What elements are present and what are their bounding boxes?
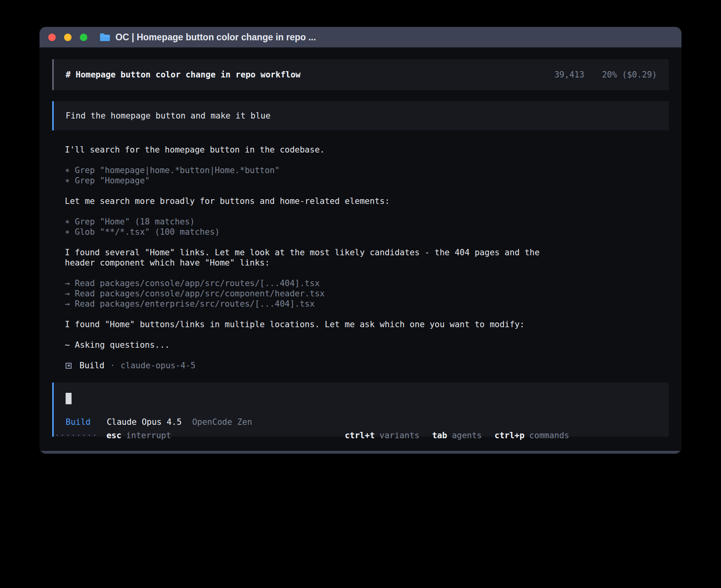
agent-separator: · [110,360,115,371]
assistant-status: ~ Asking questions... [65,340,559,350]
zoom-button[interactable] [80,34,87,41]
app-window: OC | Homepage button color change in rep… [40,27,681,454]
minimize-button[interactable] [64,34,72,41]
user-message-text: Find the homepage button and make it blu… [66,111,270,121]
context-usage: 20% ($0.29) [602,70,657,79]
status-bar: ········ esc interrupt ctrl+t variants t… [55,430,569,441]
assistant-text: I found "Home" buttons/links in multiple… [65,319,559,330]
ctrl-t-key: ctrl+t [345,430,375,441]
traffic-lights [48,34,87,41]
prompt-input[interactable]: Build Claude Opus 4.5 OpenCode Zen [52,383,669,437]
session-title: # Homepage button color change in repo w… [66,70,300,80]
tool-call-line: → Read packages/enterprise/src/routes/[.… [65,299,559,309]
window-title-group: OC | Homepage button color change in rep… [99,32,316,43]
esc-key: esc [106,430,121,441]
provider-name: OpenCode Zen [192,417,252,427]
ctrl-p-key: ctrl+p [495,430,525,441]
terminal-area: # Homepage button color change in repo w… [40,47,681,451]
folder-icon [99,33,110,41]
agent-attribution: Build · claude-opus-4-5 [65,360,559,371]
window-title: OC | Homepage button color change in rep… [115,32,316,43]
tool-call-line: ∗ Grep "Homepage" [65,175,559,186]
window-titlebar: OC | Homepage button color change in rep… [40,27,681,47]
agent-icon [66,363,72,369]
agent-model: claude-opus-4-5 [121,360,196,371]
input-meta: Build Claude Opus 4.5 OpenCode Zen [66,417,657,427]
spinner-dots: ········ [55,430,98,441]
tool-call-line: ∗ Grep "homepage|home.*button|Home.*butt… [65,165,559,175]
interrupt-label: interrupt [126,430,171,441]
assistant-response: I'll search for the homepage button in t… [65,145,559,371]
variants-label: variants [379,430,419,441]
tool-call-group: → Read packages/console/app/src/routes/[… [65,278,559,309]
session-header: # Homepage button color change in repo w… [52,59,669,90]
status-right: ctrl+t variants tab agents ctrl+p comman… [345,430,569,441]
tool-call-line: → Read packages/console/app/src/routes/[… [65,278,559,288]
tool-call-line: → Read packages/console/app/src/componen… [65,288,559,299]
tool-call-line: ∗ Glob "**/*.tsx" (100 matches) [65,227,559,237]
commands-label: commands [529,430,569,441]
user-message: Find the homepage button and make it blu… [52,101,669,130]
agents-hint: tab agents [432,430,482,441]
tool-call-group: ∗ Grep "Home" (18 matches) ∗ Glob "**/*.… [65,217,559,237]
tool-call-line: ∗ Grep "Home" (18 matches) [65,217,559,227]
agents-label: agents [452,430,482,441]
close-button[interactable] [48,34,56,41]
commands-hint: ctrl+p commands [495,430,569,441]
variants-hint: ctrl+t variants [345,430,419,441]
agent-name: Build [79,360,104,371]
session-meta: 39,413 20% ($0.29) [554,70,657,80]
interrupt-hint: esc interrupt [106,430,171,441]
assistant-text: I'll search for the homepage button in t… [65,145,559,155]
agent-mode-label[interactable]: Build [66,417,91,427]
assistant-text: I found several "Home" links. Let me loo… [65,247,559,268]
text-cursor [66,393,72,404]
status-left: ········ esc interrupt [55,430,171,441]
tab-key: tab [432,430,447,441]
token-count: 39,413 [554,70,584,79]
tool-call-group: ∗ Grep "homepage|home.*button|Home.*butt… [65,165,559,186]
model-name[interactable]: Claude Opus 4.5 [107,417,182,427]
assistant-text: Let me search more broadly for buttons a… [65,196,559,206]
